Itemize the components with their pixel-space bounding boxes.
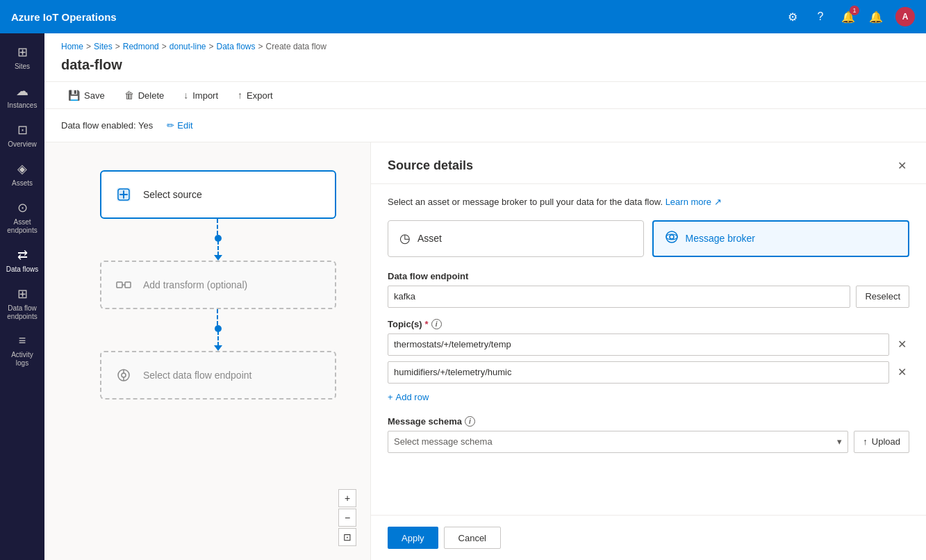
message-schema-label: Message schema i [388, 416, 909, 427]
breadcrumb-redmond[interactable]: Redmond [123, 42, 159, 51]
endpoint-input[interactable] [388, 286, 850, 308]
sidebar-item-sites[interactable]: ⊞ Sites [3, 39, 42, 76]
remove-topic-1-button[interactable]: ✕ [895, 335, 909, 354]
notifications-icon[interactable]: 🔔 1 [840, 8, 857, 25]
flow-node-endpoint[interactable]: Select data flow endpoint [100, 351, 336, 400]
topics-field-group: Topic(s) * i ✕ ✕ + [388, 319, 909, 405]
sidebar-item-activity-logs[interactable]: ≡ Activity logs [3, 328, 42, 373]
message-broker-icon [665, 230, 679, 247]
endpoint-field-group: Data flow endpoint Reselect [388, 271, 909, 308]
flow-line-2 [217, 331, 219, 347]
overview-icon: ⊡ [17, 122, 28, 138]
activity-logs-icon: ≡ [19, 333, 26, 348]
flow-line-1 [217, 240, 219, 256]
breadcrumb-donut-line[interactable]: donut-line [170, 42, 206, 51]
save-icon: 💾 [68, 90, 80, 101]
breadcrumb-sites[interactable]: Sites [94, 42, 113, 51]
add-row-label: Add row [396, 392, 429, 402]
add-row-button[interactable]: + Add row [388, 389, 429, 405]
flow-status-section: Data flow enabled: Yes ✏ Edit [44, 109, 926, 142]
instances-icon: ☁ [16, 83, 28, 99]
schema-select[interactable]: Select message schema ▾ [388, 431, 848, 453]
flow-node-source[interactable]: Select source [100, 170, 336, 219]
export-label: Export [247, 90, 273, 101]
sites-icon: ⊞ [17, 44, 28, 60]
breadcrumb-sep: > [162, 42, 167, 51]
topics-label: Topic(s) * i [388, 319, 909, 329]
upload-label: Upload [872, 436, 900, 447]
flow-connector-1 [214, 219, 222, 261]
schema-info-icon[interactable]: i [465, 416, 475, 427]
sidebar-item-overview[interactable]: ⊡ Overview [3, 117, 42, 154]
svg-point-6 [122, 373, 126, 377]
zoom-out-button[interactable]: − [338, 509, 356, 527]
asset-type-button[interactable]: ◷ Asset [388, 220, 644, 257]
export-button[interactable]: ↑ Export [231, 86, 280, 104]
topics-info-icon[interactable]: i [431, 319, 442, 329]
panel-footer: Apply Cancel [371, 515, 926, 560]
learn-more-link[interactable]: Learn more ↗ [665, 197, 722, 207]
delete-button[interactable]: 🗑 Delete [117, 86, 172, 104]
sidebar-item-instances[interactable]: ☁ Instances [3, 78, 42, 115]
save-label: Save [84, 90, 105, 101]
sidebar-item-data-flow-endpoints[interactable]: ⊞ Data flow endpoints [3, 281, 42, 327]
topic-input-2[interactable] [388, 361, 889, 384]
endpoint-label-text: Data flow endpoint [388, 271, 468, 281]
sidebar-item-label: Overview [8, 140, 37, 149]
export-icon: ↑ [238, 90, 242, 101]
transform-node-icon [113, 274, 135, 296]
breadcrumb-sep: > [258, 42, 263, 51]
message-broker-type-button[interactable]: Message broker [652, 220, 910, 257]
import-icon: ↓ [183, 90, 188, 101]
flow-node-transform[interactable]: Add transform (optional) [100, 261, 336, 309]
topic-row-2: ✕ [388, 361, 909, 384]
flow-canvas: Select source [44, 142, 370, 560]
breadcrumb-data-flows[interactable]: Data flows [217, 42, 256, 51]
endpoint-node-icon [113, 364, 135, 386]
upload-button[interactable]: ↑ Upload [854, 431, 909, 453]
sidebar-item-assets[interactable]: ◈ Assets [3, 156, 42, 193]
topic-row-1: ✕ [388, 333, 909, 356]
sidebar-item-asset-endpoints[interactable]: ⊙ Asset endpoints [3, 195, 42, 240]
fit-button[interactable]: ⊡ [338, 528, 356, 546]
breadcrumb-sep: > [115, 42, 120, 51]
asset-type-label: Asset [417, 233, 442, 244]
add-row-icon: + [388, 392, 393, 402]
sidebar-item-label: Activity logs [6, 351, 39, 368]
main-content: Home > Sites > Redmond > donut-line > Da… [44, 33, 926, 560]
flow-arrow-1 [214, 255, 222, 261]
message-schema-label-text: Message schema [388, 416, 462, 427]
reselect-button[interactable]: Reselect [856, 286, 909, 308]
flow-connector-2 [214, 309, 222, 351]
sidebar-item-label: Asset endpoints [6, 218, 39, 235]
endpoint-row: Reselect [388, 286, 909, 308]
schema-chevron-icon: ▾ [837, 436, 842, 447]
settings-icon[interactable]: ⚙ [784, 8, 801, 25]
cancel-button[interactable]: Cancel [444, 527, 501, 549]
canvas-controls: + − ⊡ [338, 489, 356, 546]
apply-button[interactable]: Apply [388, 527, 438, 549]
remove-topic-2-button[interactable]: ✕ [895, 363, 909, 381]
delete-label: Delete [138, 90, 165, 101]
edit-button[interactable]: ✏ Edit [161, 117, 198, 133]
canvas-panel-area: Select source [44, 142, 926, 560]
panel-header: Source details ✕ [371, 142, 926, 184]
app-body: ⊞ Sites ☁ Instances ⊡ Overview ◈ Assets … [0, 33, 926, 560]
zoom-in-button[interactable]: + [338, 489, 356, 507]
topic-input-1[interactable] [388, 333, 889, 356]
flow-canvas-inner: Select source [100, 170, 336, 400]
source-node-icon [113, 183, 135, 206]
breadcrumb-home[interactable]: Home [61, 42, 83, 51]
help-icon[interactable]: ? [812, 8, 829, 25]
required-marker: * [425, 319, 429, 329]
import-button[interactable]: ↓ Import [176, 86, 225, 104]
avatar[interactable]: A [895, 7, 915, 26]
sidebar-item-data-flows[interactable]: ⇄ Data flows [3, 242, 42, 279]
alerts-icon[interactable]: 🔔 [868, 8, 884, 25]
topics-label-text: Topic(s) [388, 319, 422, 329]
sidebar-item-label: Data flows [6, 265, 39, 274]
save-button[interactable]: 💾 Save [61, 86, 112, 104]
transform-node-label: Add transform (optional) [143, 279, 247, 290]
panel-close-button[interactable]: ✕ [895, 156, 909, 175]
data-flow-endpoints-icon: ⊞ [17, 286, 28, 302]
